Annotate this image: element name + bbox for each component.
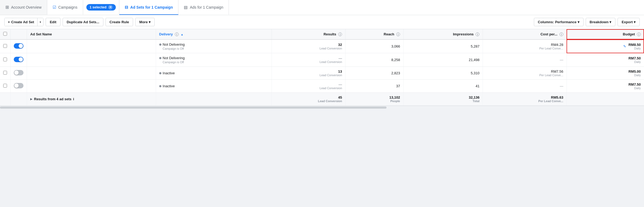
- budget-cell-wrapper: RM5.00 Daily: [570, 69, 641, 77]
- budget-header[interactable]: Budget i: [567, 29, 644, 39]
- impressions-cell: 5,310: [404, 67, 483, 80]
- budget-period: Daily: [628, 47, 641, 50]
- impressions-value: 21,498: [407, 58, 479, 62]
- breakdown-button[interactable]: Breakdown ▾: [586, 18, 616, 26]
- results-primary: 32: [275, 43, 342, 47]
- footer-impressions-amount: 32,136: [407, 95, 479, 99]
- edit-button[interactable]: Edit: [46, 18, 60, 26]
- delivery-status: Not Delivering Campaign is Off: [159, 56, 269, 64]
- row-checkbox-cell: [0, 80, 11, 93]
- duplicate-button[interactable]: Duplicate Ad Sets...: [63, 18, 103, 26]
- cost-per-amount: —: [486, 84, 563, 88]
- ad-sets-tab[interactable]: ⊟ Ad Sets for 1 Campaign: [119, 0, 179, 15]
- ad-set-name-header: Ad Set Name: [27, 29, 156, 39]
- row-checkbox[interactable]: [3, 58, 7, 61]
- create-rule-label: Create Rule: [110, 20, 129, 24]
- footer-impressions-sub: Total: [407, 99, 479, 103]
- delivery-status: Inactive: [159, 84, 269, 88]
- create-adset-button[interactable]: + Create Ad Set: [5, 18, 37, 26]
- account-overview-tab[interactable]: ⊞ Account Overview: [0, 0, 47, 15]
- deselect-button[interactable]: ✕: [108, 5, 113, 9]
- scrollbar-thumb[interactable]: [0, 106, 387, 109]
- budget-value: RM8.50 Daily: [628, 43, 641, 50]
- ads-tab[interactable]: ▤ Ads for 1 Campaign: [178, 0, 229, 15]
- row-toggle-cell: [11, 39, 27, 53]
- footer-results-value: 45 Lead Conversion: [275, 95, 342, 103]
- selected-count-label: 1 selected: [90, 5, 107, 9]
- more-button[interactable]: More ▾: [135, 18, 155, 26]
- create-adset-dropdown-button[interactable]: ▾: [37, 18, 43, 26]
- columns-button[interactable]: Columns: Performance ▾: [534, 18, 584, 26]
- budget-cell: RM5.00 Daily: [567, 67, 644, 80]
- results-cell: 32 Lead Conversion: [272, 39, 345, 53]
- reach-cell: 3,066: [345, 39, 404, 53]
- footer-label: Results from 4 ad sets: [34, 97, 72, 101]
- more-label: More ▾: [139, 20, 151, 24]
- row-checkbox[interactable]: [3, 44, 7, 48]
- cost-per-value: —: [486, 58, 563, 62]
- reach-label: Reach: [384, 32, 394, 36]
- budget-cell-wrapper: RM7.50 Daily: [570, 82, 641, 90]
- campaigns-tab[interactable]: ☑ Campaigns: [47, 0, 83, 15]
- delivery-status: Not Delivering Campaign is Off: [159, 42, 269, 50]
- horizontal-scrollbar[interactable]: [0, 106, 644, 109]
- row-checkbox[interactable]: [3, 71, 7, 75]
- row-checkbox-cell: [0, 53, 11, 67]
- ads-label: Ads for 1 Campaign: [190, 5, 223, 9]
- cost-per-header[interactable]: Cost per... i: [483, 29, 567, 39]
- footer-reach-sub: People: [349, 99, 400, 103]
- reach-value: 8,258: [349, 58, 400, 62]
- row-checkbox[interactable]: [3, 84, 7, 88]
- cost-per-cell: —: [483, 80, 567, 93]
- cost-per-info-icon[interactable]: i: [560, 32, 563, 36]
- cost-per-cell: —: [483, 53, 567, 67]
- export-label: Export ▾: [622, 20, 636, 24]
- results-label: Results: [324, 32, 336, 36]
- results-info-icon[interactable]: i: [338, 32, 342, 36]
- results-sub: Lead Conversion: [275, 60, 342, 64]
- toolbar-right: Columns: Performance ▾ Breakdown ▾ Expor…: [534, 18, 640, 26]
- budget-period: Daily: [628, 86, 641, 90]
- delivery-status-label: Inactive: [163, 71, 175, 75]
- impressions-header[interactable]: Impressions i: [404, 29, 483, 39]
- results-sub: Lead Conversion: [275, 86, 342, 90]
- duplicate-label: Duplicate Ad Sets...: [67, 20, 99, 24]
- budget-period: Daily: [628, 74, 641, 77]
- reach-info-icon[interactable]: i: [396, 32, 400, 36]
- select-all-checkbox[interactable]: [3, 32, 7, 36]
- reach-header[interactable]: Reach i: [345, 29, 404, 39]
- impressions-info-icon[interactable]: i: [476, 32, 479, 36]
- footer-row: ▶ Results from 4 ad sets i 45 Lead Conve…: [0, 93, 644, 106]
- ad-set-name-cell: [27, 53, 156, 67]
- edit-budget-icon[interactable]: ✎: [623, 44, 626, 48]
- budget-amount: RM7.50: [628, 56, 641, 60]
- budget-info-icon[interactable]: i: [637, 32, 641, 36]
- budget-period: Daily: [628, 60, 641, 64]
- budget-cell: RM7.50 Daily: [567, 80, 644, 93]
- budget-amount: RM8.50: [628, 43, 641, 47]
- impressions-cell: 21,498: [404, 53, 483, 67]
- delivery-sort-icon: ▲: [181, 33, 183, 36]
- row-toggle[interactable]: [14, 43, 23, 49]
- create-adset-button-group: + Create Ad Set ▾: [4, 18, 43, 26]
- account-overview-label: Account Overview: [11, 5, 42, 9]
- delivery-info-icon[interactable]: i: [175, 32, 179, 36]
- results-value: 32 Lead Conversion: [275, 43, 342, 50]
- impressions-cell: 41: [404, 80, 483, 93]
- footer-results-cell: 45 Lead Conversion: [272, 93, 345, 106]
- row-toggle[interactable]: [14, 83, 23, 88]
- ad-set-name-cell: [27, 39, 156, 53]
- row-toggle[interactable]: [14, 70, 23, 75]
- footer-info-icon[interactable]: i: [73, 97, 74, 101]
- table-row: Not Delivering Campaign is Off — Lead Co…: [0, 53, 644, 67]
- results-header[interactable]: Results i: [272, 29, 345, 39]
- cost-per-amount: RM7.56: [486, 69, 563, 74]
- export-button[interactable]: Export ▾: [618, 18, 640, 26]
- footer-expand-button[interactable]: ▶ Results from 4 ad sets i: [30, 97, 152, 101]
- footer-reach-amount: 13,102: [349, 95, 400, 99]
- expand-triangle-icon: ▶: [30, 98, 32, 101]
- delivery-header[interactable]: Delivery i ▲: [156, 29, 272, 39]
- create-rule-button[interactable]: Create Rule: [106, 18, 133, 26]
- row-toggle[interactable]: [14, 57, 23, 62]
- create-adset-label: Create Ad Set: [11, 20, 34, 24]
